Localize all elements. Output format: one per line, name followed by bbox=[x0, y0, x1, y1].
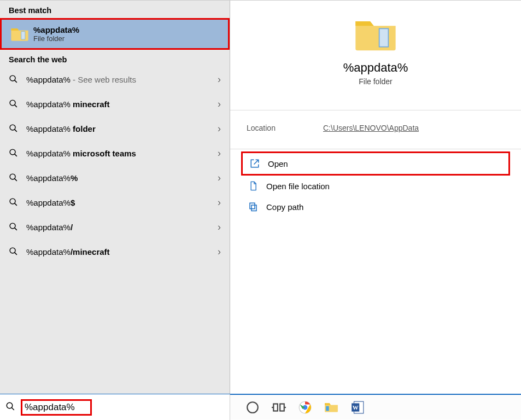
search-web-header: Search the web bbox=[0, 50, 230, 67]
svg-point-15 bbox=[10, 248, 15, 253]
chevron-right-icon: › bbox=[218, 123, 221, 135]
svg-point-11 bbox=[10, 199, 15, 204]
copy-icon bbox=[247, 202, 260, 212]
chevron-right-icon: › bbox=[218, 74, 221, 85]
open-icon bbox=[248, 159, 261, 168]
best-match-title: %appdata% bbox=[33, 25, 79, 34]
search-icon bbox=[9, 222, 20, 233]
search-icon bbox=[9, 124, 20, 135]
svg-point-5 bbox=[10, 125, 15, 130]
web-result-label: %appdata%% bbox=[26, 173, 218, 183]
web-result-label: %appdata%/minecraft bbox=[26, 247, 218, 256]
chevron-right-icon: › bbox=[218, 172, 221, 184]
svg-rect-24 bbox=[280, 404, 284, 411]
svg-text:W: W bbox=[353, 404, 359, 411]
svg-point-1 bbox=[10, 75, 15, 81]
chevron-right-icon: › bbox=[218, 197, 221, 208]
search-icon bbox=[9, 173, 20, 184]
web-result-label: %appdata% folder bbox=[26, 124, 218, 133]
chevron-right-icon: › bbox=[218, 148, 221, 159]
taskbar: W bbox=[0, 394, 521, 419]
web-result-item[interactable]: %appdata% folder› bbox=[0, 116, 230, 141]
open-file-location-action[interactable]: Open file location bbox=[241, 176, 510, 196]
search-icon bbox=[9, 148, 20, 159]
svg-point-9 bbox=[10, 174, 15, 179]
svg-line-4 bbox=[15, 104, 17, 107]
file-explorer-icon[interactable] bbox=[324, 400, 338, 415]
web-result-label: %appdata% minecraft bbox=[26, 100, 218, 109]
location-label: Location bbox=[247, 124, 323, 132]
taskbar-search[interactable] bbox=[0, 394, 230, 420]
copy-path-label: Copy path bbox=[266, 202, 303, 212]
svg-rect-29 bbox=[326, 406, 329, 411]
file-location-icon bbox=[247, 181, 260, 191]
svg-rect-18 bbox=[251, 205, 256, 211]
open-action[interactable]: Open bbox=[241, 151, 510, 176]
svg-line-8 bbox=[15, 154, 17, 156]
web-result-label: %appdata%/ bbox=[26, 223, 218, 232]
web-result-item[interactable]: %appdata%$› bbox=[0, 190, 230, 215]
search-icon bbox=[9, 247, 20, 258]
search-input[interactable] bbox=[21, 399, 92, 416]
chevron-right-icon: › bbox=[218, 98, 221, 110]
chevron-right-icon: › bbox=[218, 221, 221, 233]
task-view-icon[interactable] bbox=[272, 400, 286, 415]
svg-point-7 bbox=[10, 149, 15, 155]
svg-line-14 bbox=[15, 228, 17, 230]
detail-title: %appdata% bbox=[241, 61, 510, 75]
word-icon[interactable]: W bbox=[350, 400, 365, 415]
cortana-icon[interactable] bbox=[245, 400, 260, 415]
web-result-item[interactable]: %appdata% microsoft teams› bbox=[0, 141, 230, 166]
svg-line-10 bbox=[15, 178, 17, 180]
svg-line-2 bbox=[15, 80, 17, 82]
chevron-right-icon: › bbox=[218, 246, 221, 258]
web-result-item[interactable]: %appdata%/› bbox=[0, 215, 230, 240]
svg-rect-19 bbox=[250, 203, 255, 209]
web-result-label: %appdata% microsoft teams bbox=[26, 149, 218, 158]
svg-line-6 bbox=[15, 129, 17, 131]
svg-line-12 bbox=[15, 203, 17, 205]
open-file-location-label: Open file location bbox=[266, 182, 330, 191]
detail-subtitle: File folder bbox=[241, 77, 510, 86]
svg-rect-0 bbox=[21, 32, 25, 39]
copy-path-action[interactable]: Copy path bbox=[241, 196, 510, 217]
search-results-panel: Best match %appdata% File folder Search … bbox=[0, 1, 230, 394]
location-row: Location C:\Users\LENOVO\AppData bbox=[230, 110, 521, 145]
svg-point-3 bbox=[10, 100, 15, 106]
folder-icon bbox=[10, 26, 29, 42]
web-result-label: %appdata%$ bbox=[26, 198, 218, 207]
search-icon bbox=[9, 74, 20, 85]
svg-rect-23 bbox=[273, 404, 278, 411]
chrome-icon[interactable] bbox=[298, 400, 312, 415]
best-match-item[interactable]: %appdata% File folder bbox=[0, 18, 230, 50]
svg-line-16 bbox=[15, 252, 17, 254]
best-match-subtitle: File folder bbox=[33, 34, 79, 43]
web-result-item[interactable]: %appdata% minecraft› bbox=[0, 92, 230, 116]
web-result-label: %appdata% - See web results bbox=[26, 75, 218, 84]
folder-icon-large bbox=[354, 16, 397, 54]
svg-rect-17 bbox=[379, 28, 389, 46]
search-icon bbox=[5, 401, 16, 413]
web-result-item[interactable]: %appdata% - See web results› bbox=[0, 67, 230, 92]
svg-point-22 bbox=[247, 402, 258, 413]
web-result-item[interactable]: %appdata%%› bbox=[0, 166, 230, 190]
detail-panel: %appdata% File folder Location C:\Users\… bbox=[230, 1, 521, 394]
web-results-list: %appdata% - See web results›%appdata% mi… bbox=[0, 67, 230, 264]
svg-point-13 bbox=[10, 223, 15, 229]
svg-line-21 bbox=[11, 407, 14, 410]
search-icon bbox=[9, 99, 20, 110]
location-value[interactable]: C:\Users\LENOVO\AppData bbox=[323, 124, 419, 132]
web-result-item[interactable]: %appdata%/minecraft› bbox=[0, 240, 230, 264]
search-icon bbox=[9, 197, 20, 208]
svg-point-20 bbox=[7, 402, 13, 409]
open-label: Open bbox=[268, 159, 288, 168]
best-match-header: Best match bbox=[0, 1, 230, 18]
